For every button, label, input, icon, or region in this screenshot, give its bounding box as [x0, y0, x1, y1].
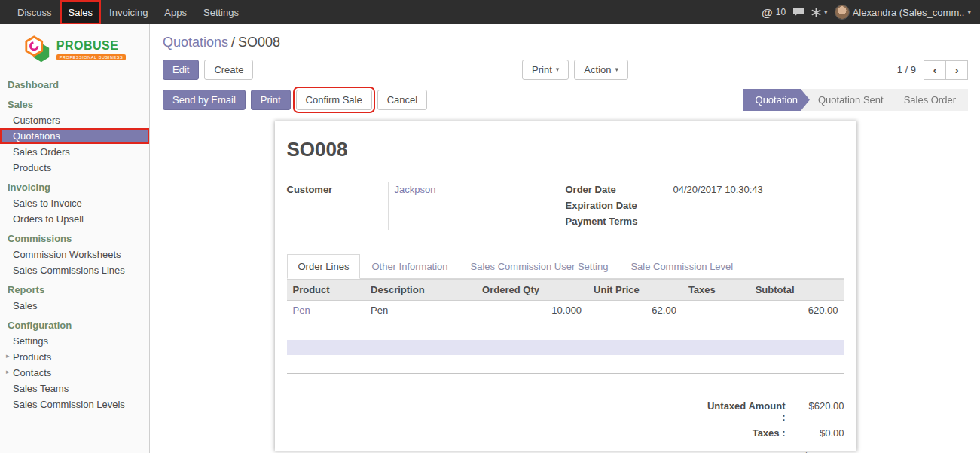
top-menu: Discuss Sales Invoicing Apps Settings — [0, 0, 247, 24]
activities-menu[interactable]: @ 10 — [762, 6, 786, 19]
cell-unit-price[interactable]: 62.00 — [588, 301, 682, 320]
action-dropdown-button[interactable]: Action ▾ — [574, 60, 628, 80]
tab-other-information[interactable]: Other Information — [360, 254, 459, 279]
taxes-row: Taxes : $0.00 — [706, 425, 844, 441]
notebook-tabs: Order Lines Other Information Sales Comm… — [287, 254, 844, 279]
cell-subtotal[interactable]: 620.00 — [750, 301, 844, 320]
activity-count: 10 — [776, 7, 786, 17]
left-field-group: Customer Jackpson — [287, 182, 566, 230]
col-header-ordered-qty: Ordered Qty — [476, 280, 588, 301]
sidebar-section-dashboard: Dashboard — [0, 77, 149, 93]
sidebar-heading-sales[interactable]: Sales — [0, 96, 149, 112]
chevron-down-icon: ▾ — [556, 64, 560, 75]
pager: 1 / 9 ‹ › — [897, 60, 968, 80]
document-title: SO008 — [287, 138, 844, 161]
sidebar-heading-reports[interactable]: Reports — [0, 282, 149, 298]
sidebar-item-orders-to-upsell[interactable]: Orders to Upsell — [0, 211, 149, 227]
nav-item-discuss[interactable]: Discuss — [9, 0, 60, 24]
edit-create-group: Edit Create — [163, 60, 253, 80]
sidebar-item-sales-commissions-lines[interactable]: Sales Commissions Lines — [0, 262, 149, 278]
breadcrumb-current: SO008 — [238, 35, 280, 50]
sidebar-item-reports-sales[interactable]: Sales — [0, 298, 149, 314]
order-date-value: 04/20/2017 10:30:43 — [667, 182, 844, 198]
nav-item-apps[interactable]: Apps — [156, 0, 195, 24]
logo-title: PROBUSE — [56, 39, 119, 53]
tab-order-lines[interactable]: Order Lines — [287, 254, 361, 279]
sidebar-item-sales-teams[interactable]: Sales Teams — [0, 381, 149, 396]
tab-sale-commission-level[interactable]: Sale Commission Level — [619, 254, 744, 279]
messages-menu[interactable] — [792, 7, 804, 17]
empty-line-row[interactable] — [287, 340, 844, 355]
user-menu[interactable]: Alexandra (Sales_comm.. ▾ — [835, 5, 971, 20]
untaxed-amount-label: Untaxed Amount : — [706, 400, 786, 423]
sidebar-item-config-products[interactable]: ▸Products — [0, 349, 149, 365]
chevron-down-icon: ▾ — [824, 8, 828, 16]
debug-menu[interactable]: ▾ — [811, 8, 828, 17]
breadcrumb: Quotations/SO008 — [163, 35, 968, 51]
confirm-sale-button[interactable]: Confirm Sale — [296, 90, 372, 110]
create-button[interactable]: Create — [204, 60, 253, 80]
col-header-description: Description — [365, 280, 476, 301]
status-step-quotation[interactable]: Quotation — [743, 89, 810, 111]
sidebar-item-sales-to-invoice[interactable]: Sales to Invoice — [0, 195, 149, 211]
sidebar-section-configuration: Configuration Settings ▸Products ▸Contac… — [0, 317, 149, 412]
untaxed-amount-value: $620.00 — [786, 400, 844, 412]
statusbar: Quotation Quotation Sent Sales Order — [743, 89, 968, 111]
sidebar-item-customers[interactable]: Customers — [0, 112, 149, 128]
cell-product[interactable]: Pen — [287, 301, 365, 320]
table-header-row: Product Description Ordered Qty Unit Pri… — [287, 280, 844, 301]
order-line-row[interactable]: Pen Pen 10.000 62.00 620.00 — [287, 301, 844, 320]
print-action-group: Print ▾ Action ▾ — [522, 60, 628, 80]
cell-description[interactable]: Pen — [365, 301, 476, 320]
sidebar-heading-invoicing[interactable]: Invoicing — [0, 179, 149, 195]
nav-item-settings[interactable]: Settings — [195, 0, 247, 24]
customer-link[interactable]: Jackpson — [395, 184, 436, 195]
col-header-product: Product — [287, 280, 365, 301]
sidebar-heading-configuration[interactable]: Configuration — [0, 317, 149, 333]
status-step-sales-order[interactable]: Sales Order — [886, 89, 968, 111]
sidebar-item-sales-commission-levels[interactable]: Sales Commission Levels — [0, 396, 149, 412]
print-quotation-button[interactable]: Print — [251, 90, 291, 110]
topnav-right-tools: @ 10 ▾ Alexandra — [762, 0, 980, 24]
top-navbar: Discuss Sales Invoicing Apps Settings @ … — [0, 0, 980, 24]
order-lines-table: Product Description Ordered Qty Unit Pri… — [287, 279, 844, 320]
sidebar-section-commissions: Commissions Commission Worksheets Sales … — [0, 231, 149, 278]
pager-next-button[interactable]: › — [945, 60, 968, 80]
nav-item-sales[interactable]: Sales — [60, 0, 102, 24]
sidebar-item-products[interactable]: Products — [0, 160, 149, 176]
customer-value: Jackpson — [388, 182, 566, 230]
sidebar-item-quotations[interactable]: Quotations — [0, 128, 149, 144]
print-dropdown-button[interactable]: Print ▾ — [522, 60, 569, 80]
pager-text: 1 / 9 — [897, 64, 916, 75]
sidebar-heading-commissions[interactable]: Commissions — [0, 231, 149, 246]
chevron-right-icon: › — [955, 64, 959, 76]
customer-label: Customer — [287, 182, 388, 230]
cell-ordered-qty[interactable]: 10.000 — [476, 301, 588, 320]
cell-taxes[interactable] — [682, 301, 750, 320]
right-field-group: Order Date 04/20/2017 10:30:43 Expiratio… — [566, 182, 844, 230]
chat-bubble-icon — [792, 7, 804, 17]
sidebar-item-commission-worksheets[interactable]: Commission Worksheets — [0, 246, 149, 262]
cancel-button[interactable]: Cancel — [377, 90, 427, 110]
sidebar-section-sales: Sales Customers Quotations Sales Orders … — [0, 96, 149, 176]
sidebar-item-sales-orders[interactable]: Sales Orders — [0, 144, 149, 160]
status-step-quotation-sent[interactable]: Quotation Sent — [800, 89, 896, 111]
control-panel-row: Edit Create Print ▾ Action ▾ 1 / 9 ‹ › — [163, 60, 968, 80]
col-header-unit-price: Unit Price — [588, 280, 682, 301]
expiration-date-label: Expiration Date — [566, 198, 667, 214]
sidebar-item-config-contacts[interactable]: ▸Contacts — [0, 365, 149, 381]
user-name: Alexandra (Sales_comm.. — [853, 7, 965, 18]
order-date-label: Order Date — [566, 182, 667, 198]
untaxed-amount-row: Untaxed Amount : $620.00 — [706, 398, 844, 425]
sidebar-item-dashboard[interactable]: Dashboard — [0, 77, 149, 93]
form-sheet: SO008 Customer Jackpson Order Date 04/20… — [275, 121, 856, 451]
pager-previous-button[interactable]: ‹ — [924, 60, 946, 80]
edit-button[interactable]: Edit — [163, 60, 199, 80]
totals-block: Untaxed Amount : $620.00 Taxes : $0.00 T… — [706, 398, 844, 453]
tab-sales-commission-user-setting[interactable]: Sales Commission User Setting — [459, 254, 620, 279]
nav-item-invoicing[interactable]: Invoicing — [101, 0, 156, 24]
chevron-down-icon: ▾ — [967, 8, 971, 16]
breadcrumb-parent-link[interactable]: Quotations — [163, 35, 228, 50]
send-by-email-button[interactable]: Send by Email — [163, 90, 246, 110]
sidebar-item-config-settings[interactable]: Settings — [0, 333, 149, 349]
